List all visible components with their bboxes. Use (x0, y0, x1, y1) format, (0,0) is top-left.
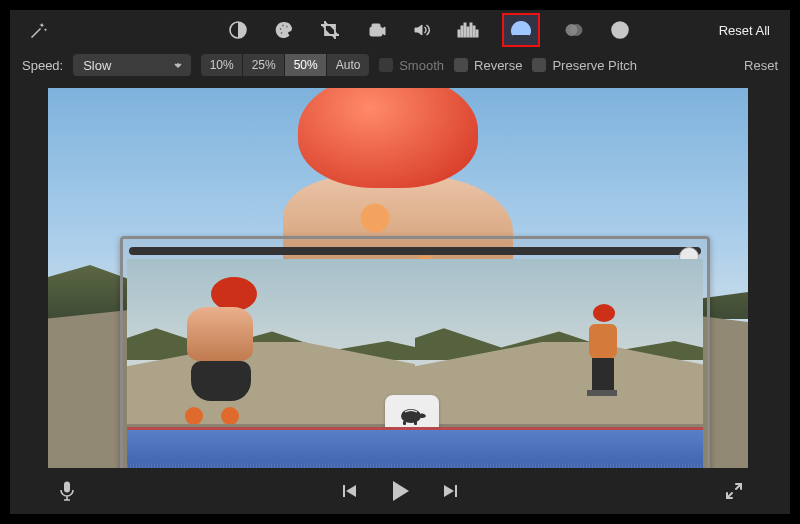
previous-frame-button[interactable] (341, 482, 359, 500)
svg-rect-21 (414, 421, 417, 425)
reverse-checkbox[interactable] (454, 58, 468, 72)
svg-point-3 (286, 26, 288, 28)
svg-rect-8 (461, 26, 463, 37)
volume-icon[interactable] (410, 18, 434, 42)
svg-point-14 (520, 32, 523, 35)
adjustments-toolbar: Reset All (10, 10, 790, 50)
speed-dropdown-value: Slow (83, 58, 111, 73)
svg-point-16 (571, 25, 582, 36)
svg-rect-22 (64, 482, 70, 493)
reverse-checkbox-group[interactable]: Reverse (454, 58, 522, 73)
svg-rect-23 (343, 485, 345, 497)
smooth-label: Smooth (399, 58, 444, 73)
svg-rect-10 (467, 27, 469, 37)
svg-rect-12 (473, 26, 475, 37)
reset-all-button[interactable]: Reset All (719, 23, 770, 38)
palette-icon[interactable] (272, 18, 296, 42)
equalizer-icon[interactable] (456, 18, 480, 42)
crop-icon[interactable] (318, 18, 342, 42)
reset-button[interactable]: Reset (744, 58, 778, 73)
preview-viewport (48, 88, 748, 468)
next-frame-button[interactable] (441, 482, 459, 500)
range-thumbnail (127, 259, 417, 424)
magic-wand-icon[interactable] (26, 18, 50, 42)
svg-point-1 (279, 28, 281, 30)
overlap-icon[interactable] (562, 18, 586, 42)
svg-rect-11 (470, 23, 472, 37)
svg-rect-24 (455, 485, 457, 497)
svg-rect-7 (458, 30, 460, 37)
preserve-pitch-checkbox[interactable] (532, 58, 546, 72)
svg-rect-9 (464, 23, 466, 37)
speed-preset-auto[interactable]: Auto (327, 54, 369, 76)
microphone-icon[interactable] (58, 480, 76, 502)
stabilization-icon[interactable] (364, 18, 388, 42)
speed-dropdown[interactable]: Slow (73, 54, 191, 76)
svg-point-4 (281, 32, 283, 34)
svg-rect-6 (372, 24, 380, 27)
preserve-pitch-label: Preserve Pitch (552, 58, 637, 73)
audio-waveform-area[interactable] (127, 429, 703, 468)
speed-preset-25[interactable]: 25% (243, 54, 285, 76)
smooth-checkbox-group[interactable]: Smooth (379, 58, 444, 73)
range-track[interactable] (129, 247, 701, 255)
svg-rect-5 (370, 27, 382, 36)
svg-point-2 (282, 25, 284, 27)
speed-label: Speed: (22, 58, 63, 73)
speed-controls-bar: Speed: Slow 10% 25% 50% Auto Smooth Reve… (10, 50, 790, 84)
svg-rect-20 (403, 421, 406, 425)
chevron-down-icon (173, 58, 183, 73)
transport-bar (10, 468, 790, 514)
speed-preset-group: 10% 25% 50% Auto (201, 54, 369, 76)
info-icon[interactable] (608, 18, 632, 42)
range-thumbnail (415, 259, 703, 424)
smooth-checkbox[interactable] (379, 58, 393, 72)
svg-point-18 (619, 26, 621, 28)
contrast-icon[interactable] (226, 18, 250, 42)
svg-rect-13 (476, 30, 478, 37)
speed-range-overlay[interactable] (120, 236, 710, 468)
svg-point-19 (401, 409, 421, 423)
speedometer-icon[interactable] (502, 13, 540, 47)
preserve-pitch-checkbox-group[interactable]: Preserve Pitch (532, 58, 637, 73)
preview-frame[interactable] (48, 88, 748, 468)
speed-preset-50[interactable]: 50% (285, 54, 327, 76)
preview-subject (298, 88, 478, 188)
reverse-label: Reverse (474, 58, 522, 73)
speed-preset-10[interactable]: 10% (201, 54, 243, 76)
play-button[interactable] (387, 478, 413, 504)
expand-icon[interactable] (724, 481, 744, 501)
